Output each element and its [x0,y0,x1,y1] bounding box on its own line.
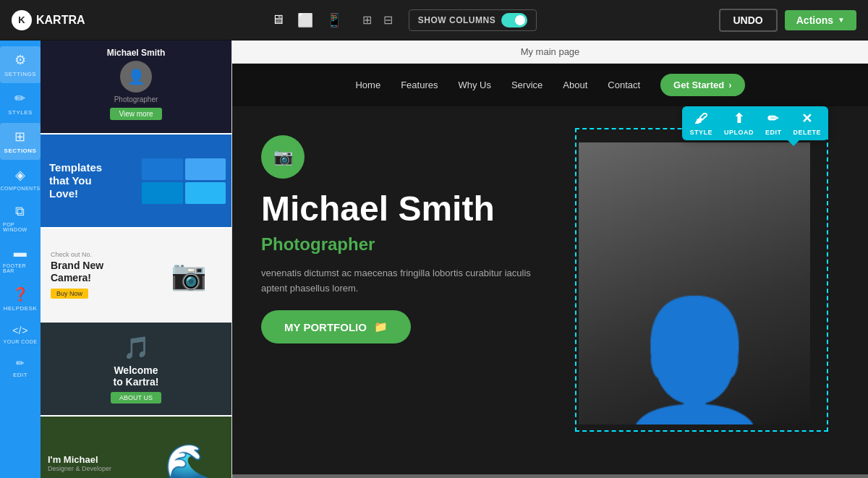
sidebar-item-footer-bar-label: FOOTER BAR [3,263,38,273]
desktop-view-button[interactable]: 🖥 [267,9,289,30]
logo-icon: K [12,10,32,30]
sidebar-item-components-label: COMPONENTS [0,186,40,191]
template-3-title: Brand NewCamera! [51,260,136,284]
edit-pencil-icon: ✏ [767,111,779,127]
portfolio-button[interactable]: MY PORTFOLIO 📁 [261,310,411,343]
sections-icon: ⊞ [14,129,26,145]
template-card-1[interactable]: Michael Smith 👤 Photographer View more [41,40,231,135]
edit-icon: ✏ [16,357,25,369]
template-2-grid [142,158,231,204]
logo-initials: K [18,14,25,25]
settings-icon: ⚙ [14,52,27,68]
logo: K KARTRA [12,10,85,30]
portfolio-button-label: MY PORTFOLIO [284,321,367,333]
template-4-btn[interactable]: ABOUT US [111,392,161,404]
template-3-image: 📷 [146,258,231,292]
template-1-btn[interactable]: View more [110,108,161,120]
show-columns-toggle[interactable] [501,13,527,27]
template-card-3[interactable]: Check out No. Brand NewCamera! Buy Now 📷 [41,229,231,323]
undo-button[interactable]: UNDO [719,9,778,32]
template-1-title: Photographer [46,95,226,103]
topbar-right: UNDO Actions ▼ [719,9,856,32]
portfolio-button-icon: 📁 [374,320,388,333]
template-5-content: I'm Michael Designer & Developer [41,447,143,479]
nav-service[interactable]: Service [511,80,542,90]
sidebar-item-your-code-label: YOUR CODE [4,339,38,344]
nav-cta-arrow-icon: › [728,80,731,90]
grid-layout-button[interactable]: ⊞ [358,10,376,30]
context-toolbar: 🖌 STYLE ⬆ UPLOAD ✏ EDIT ✕ DELETE [682,106,828,140]
template-1-name: Michael Smith [46,48,226,58]
template-2-content: Templatesthat YouLove! [41,153,142,209]
template-5-title: Designer & Developer [48,465,136,472]
nav-features[interactable]: Features [401,80,438,90]
template-card-5[interactable]: I'm Michael Designer & Developer 🌊 [41,417,231,478]
sidebar-item-sections-label: SECTIONS [4,148,37,154]
upload-icon: ⬆ [733,111,745,127]
show-columns-label: SHOW COLUMNS [418,15,495,25]
sidebar-item-edit[interactable]: ✏ EDIT [0,351,41,384]
sidebar-item-edit-label: EDIT [13,372,27,378]
context-upload-button[interactable]: ⬆ UPLOAD [724,111,754,136]
topbar-center: 🖥 ⬜ 📱 ⊞ ⊟ SHOW COLUMNS [267,9,537,31]
context-style-button[interactable]: 🖌 STYLE [689,111,712,136]
sidebar-item-footer-bar[interactable]: ▬ FOOTER BAR [0,239,41,279]
hero-subtitle: Photographer [261,234,579,255]
template-5-image: 🌊 [143,442,231,478]
canvas-content: Home Features Why Us Service About Conta… [232,64,868,474]
nav-home[interactable]: Home [355,80,380,90]
sidebar-item-helpdesk-label: HELPDESK [4,305,38,312]
mobile-view-button[interactable]: 📱 [322,9,346,31]
hero-description: venenatis dictumst ac maecenas fringilla… [261,266,536,296]
template-5-name: I'm Michael [48,454,136,465]
sidebar-item-your-code[interactable]: </> YOUR CODE [0,319,41,350]
context-edit-button[interactable]: ✏ EDIT [765,111,782,136]
nav-about[interactable]: About [563,80,587,90]
hero-camera-icon: 📷 [261,135,305,179]
sidebar-item-components[interactable]: ◈ COMPONENTS [0,161,41,197]
column-layout-button[interactable]: ⊟ [379,10,397,30]
context-edit-label: EDIT [765,129,782,136]
context-upload-label: UPLOAD [724,129,754,136]
tablet-view-button[interactable]: ⬜ [293,9,318,31]
hero-photo: 👤 [579,121,825,424]
footer-bar-icon: ▬ [14,245,27,260]
nav-why-us[interactable]: Why Us [458,80,491,90]
nav-cta-label: Get Started [673,80,724,90]
page-label: My main page [232,40,868,64]
logo-text: KARTRA [36,14,85,27]
template-4-title: Welcometo Kartra! [111,364,161,388]
mobile-icon: 📱 [326,12,342,28]
template-2-title: Templatesthat YouLove! [49,161,133,200]
delete-x-icon: ✕ [801,111,813,127]
pop-window-icon: ⧉ [15,204,25,219]
actions-button[interactable]: Actions ▼ [785,10,856,30]
components-icon: ◈ [15,167,26,183]
sidebar-item-helpdesk[interactable]: ❓ HELPDESK [0,281,41,317]
sidebar-item-pop-window[interactable]: ⧉ POP WINDOW [0,198,41,238]
show-columns-control: SHOW COLUMNS [409,9,537,31]
nav-cta-button[interactable]: Get Started › [660,74,744,96]
template-3-btn[interactable]: Buy Now [51,289,88,299]
sidebar-item-settings[interactable]: ⚙ SETTINGS [0,46,41,83]
helpdesk-icon: ❓ [12,286,29,302]
desktop-icon: 🖥 [271,12,284,27]
template-4-content: 🎵 Welcometo Kartra! ABOUT US [103,328,169,411]
main-area: ⚙ SETTINGS ✏ STYLES ⊞ SECTIONS ◈ COMPONE… [0,40,868,478]
template-3-content: Check out No. Brand NewCamera! Buy Now [41,244,146,306]
templates-panel: Michael Smith 👤 Photographer View more T… [41,40,232,478]
topbar: K KARTRA 🖥 ⬜ 📱 ⊞ ⊟ SHOW COLUMNS UNDO [0,0,868,40]
sidebar-item-sections[interactable]: ⊞ SECTIONS [0,123,41,160]
device-icons: 🖥 ⬜ 📱 [267,9,346,31]
hero-name: Michael Smith [261,190,579,229]
canvas-area: My main page Home Features Why Us Servic… [232,40,868,478]
sidebar-item-styles[interactable]: ✏ STYLES [0,85,41,121]
nav-contact[interactable]: Contact [608,80,640,90]
styles-icon: ✏ [14,90,26,106]
template-card-2[interactable]: Templatesthat YouLove! [41,135,231,229]
template-card-4[interactable]: 🎵 Welcometo Kartra! ABOUT US [41,323,231,417]
context-style-label: STYLE [689,129,712,136]
context-delete-button[interactable]: ✕ DELETE [793,111,821,136]
sidebar-item-pop-window-label: POP WINDOW [3,222,38,232]
context-delete-label: DELETE [793,129,821,136]
